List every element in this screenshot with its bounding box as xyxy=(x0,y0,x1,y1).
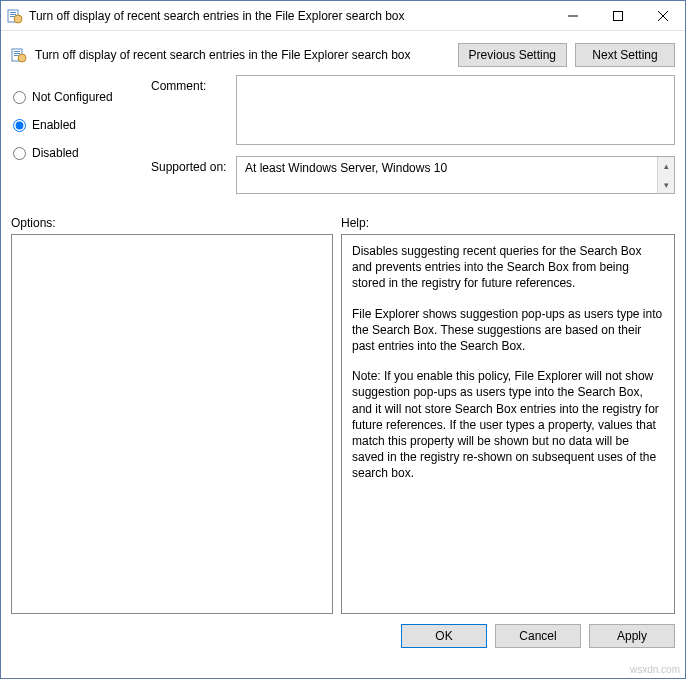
close-button[interactable] xyxy=(640,1,685,30)
svg-rect-1 xyxy=(10,12,16,13)
svg-point-13 xyxy=(18,54,26,62)
svg-rect-10 xyxy=(14,51,20,52)
radio-not-configured[interactable]: Not Configured xyxy=(11,83,141,111)
radio-disabled-input[interactable] xyxy=(13,147,26,160)
fields-column: Comment: Supported on: At least Windows … xyxy=(151,75,675,202)
scroll-up-icon[interactable]: ▴ xyxy=(658,157,674,174)
help-paragraph: Note: If you enable this policy, File Ex… xyxy=(352,368,664,481)
supported-label: Supported on: xyxy=(151,156,236,194)
radio-label: Disabled xyxy=(32,146,79,160)
comment-label: Comment: xyxy=(151,75,236,148)
next-setting-button[interactable]: Next Setting xyxy=(575,43,675,67)
radio-label: Not Configured xyxy=(32,90,113,104)
help-paragraph: File Explorer shows suggestion pop-ups a… xyxy=(352,306,664,355)
header-row: Turn off display of recent search entrie… xyxy=(1,31,685,75)
scroll-down-icon[interactable]: ▾ xyxy=(658,176,674,193)
watermark: wsxdn.com xyxy=(630,664,680,675)
options-panel xyxy=(11,234,333,614)
help-panel: Disables suggesting recent queries for t… xyxy=(341,234,675,614)
radio-enabled-input[interactable] xyxy=(13,119,26,132)
maximize-button[interactable] xyxy=(595,1,640,30)
radio-label: Enabled xyxy=(32,118,76,132)
footer-buttons: OK Cancel Apply xyxy=(1,614,685,648)
svg-rect-6 xyxy=(613,11,622,20)
ok-button[interactable]: OK xyxy=(401,624,487,648)
titlebar: Turn off display of recent search entrie… xyxy=(1,1,685,31)
config-area: Not Configured Enabled Disabled Comment:… xyxy=(1,75,685,202)
supported-on-box: At least Windows Server, Windows 10 ▴ ▾ xyxy=(236,156,675,194)
radio-not-configured-input[interactable] xyxy=(13,91,26,104)
svg-rect-2 xyxy=(10,14,16,15)
window-title: Turn off display of recent search entrie… xyxy=(29,9,550,23)
comment-row: Comment: xyxy=(151,75,675,148)
scrollbar[interactable]: ▴ ▾ xyxy=(657,157,674,193)
apply-button[interactable]: Apply xyxy=(589,624,675,648)
panel-labels: Options: Help: xyxy=(1,202,685,234)
previous-setting-button[interactable]: Previous Setting xyxy=(458,43,567,67)
help-paragraph: Disables suggesting recent queries for t… xyxy=(352,243,664,292)
help-label: Help: xyxy=(341,216,369,230)
supported-on-value: At least Windows Server, Windows 10 xyxy=(245,161,447,175)
panels: Disables suggesting recent queries for t… xyxy=(1,234,685,614)
state-radio-group: Not Configured Enabled Disabled xyxy=(11,75,141,202)
minimize-button[interactable] xyxy=(550,1,595,30)
supported-row: Supported on: At least Windows Server, W… xyxy=(151,156,675,194)
cancel-button[interactable]: Cancel xyxy=(495,624,581,648)
policy-icon xyxy=(7,8,23,24)
svg-rect-11 xyxy=(14,53,20,54)
policy-title: Turn off display of recent search entrie… xyxy=(35,48,450,62)
window-buttons xyxy=(550,1,685,30)
radio-enabled[interactable]: Enabled xyxy=(11,111,141,139)
comment-textarea[interactable] xyxy=(236,75,675,145)
options-label: Options: xyxy=(11,216,341,230)
svg-point-4 xyxy=(14,15,22,23)
policy-icon xyxy=(11,47,27,63)
radio-disabled[interactable]: Disabled xyxy=(11,139,141,167)
